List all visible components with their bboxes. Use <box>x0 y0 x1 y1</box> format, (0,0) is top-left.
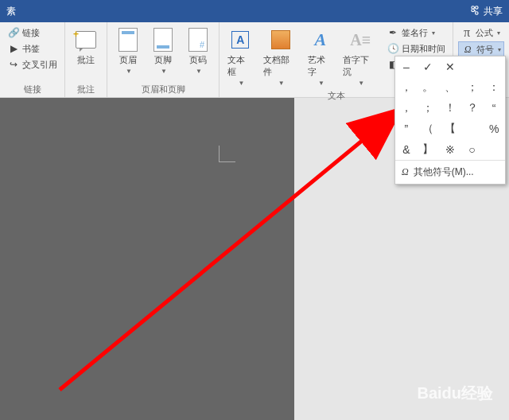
textbox-button[interactable]: A 文本框 ▼ <box>224 25 257 88</box>
wordart-icon: A <box>308 27 333 52</box>
hyperlink-label: 链接 <box>22 27 40 39</box>
symbol-cell[interactable] <box>461 119 484 139</box>
dropcap-icon: A≡ <box>348 27 373 52</box>
datetime-label: 日期和时间 <box>402 43 445 55</box>
bookmark-icon: ▶ <box>7 42 20 55</box>
textbox-icon: A <box>227 27 253 52</box>
symbol-cell[interactable]: ” <box>395 119 418 139</box>
chevron-down-icon: ▾ <box>498 46 501 53</box>
hyperlink-button[interactable]: 🔗 链接 <box>5 25 60 40</box>
watermark: Baidu经验 <box>417 383 493 404</box>
title-bar: 素 共享 <box>0 0 509 22</box>
chevron-down-icon: ▼ <box>318 80 324 87</box>
comment-button[interactable]: 批注 <box>70 25 102 68</box>
wordart-label: 艺术字 <box>308 54 334 78</box>
more-symbols-button[interactable]: Ω 其他符号(M)... <box>395 160 505 184</box>
omega-icon: Ω <box>461 43 474 56</box>
textbox-label: 文本框 <box>227 54 254 78</box>
symbol-button[interactable]: Ω 符号 ▾ <box>458 41 504 57</box>
chevron-down-icon: ▾ <box>497 29 500 37</box>
pagenum-icon <box>185 27 211 52</box>
signature-button[interactable]: ✒ 签名行 ▾ <box>384 25 448 40</box>
share-icon <box>469 5 480 18</box>
wordart-button[interactable]: A 艺术字 ▼ <box>305 25 337 88</box>
crossref-icon: ↪ <box>7 58 20 71</box>
symbol-cell[interactable]: 【 <box>439 119 461 139</box>
chevron-down-icon: ▾ <box>432 29 435 37</box>
symbol-cell[interactable]: ※ <box>439 139 461 160</box>
group-comments: 批注 批注 <box>65 22 107 97</box>
chevron-down-icon: ▼ <box>278 80 285 87</box>
document-canvas[interactable] <box>0 98 294 420</box>
comment-label: 批注 <box>77 54 95 66</box>
header-label: 页眉 <box>119 54 137 66</box>
crossref-label: 交叉引用 <box>22 59 57 71</box>
symbol-cell[interactable]: ： <box>483 77 505 98</box>
bookmark-label: 书签 <box>22 43 40 55</box>
pi-icon: π <box>460 26 473 39</box>
comment-icon <box>73 27 99 52</box>
header-button[interactable]: 页眉 ▼ <box>112 25 144 76</box>
chevron-down-icon: ▼ <box>196 68 202 75</box>
symbol-cell[interactable]: – <box>395 56 418 77</box>
symbol-cell[interactable]: & <box>395 139 418 160</box>
footer-button[interactable]: 页脚 ▼ <box>147 25 179 76</box>
symbol-cell[interactable]: ， <box>395 98 418 119</box>
datetime-button[interactable]: 🕓 日期和时间 <box>384 41 448 56</box>
symbol-cell[interactable] <box>483 56 505 77</box>
footer-label: 页脚 <box>154 54 172 66</box>
chevron-down-icon: ▼ <box>238 80 244 87</box>
equation-label: 公式 <box>476 27 493 39</box>
pagenum-button[interactable]: 页码 ▼ <box>182 25 214 76</box>
datetime-icon: 🕓 <box>387 42 399 55</box>
link-icon: 🔗 <box>7 26 20 39</box>
dropcap-button[interactable]: A≡ 首字下沉 ▼ <box>340 25 381 88</box>
symbol-cell[interactable]: 、 <box>439 77 461 98</box>
share-label: 共享 <box>484 5 503 18</box>
title-text: 素 <box>6 5 16 18</box>
group-links-label: 链接 <box>5 82 60 95</box>
symbol-label: 符号 <box>476 44 494 56</box>
symbol-cell[interactable]: ！ <box>439 98 461 119</box>
symbol-cell[interactable]: ✓ <box>418 56 440 77</box>
crossref-button[interactable]: ↪ 交叉引用 <box>5 57 60 72</box>
symbol-cell[interactable]: % <box>483 119 505 139</box>
share-button[interactable]: 共享 <box>469 5 503 18</box>
symbol-dropdown-menu: –✓✕，。、；：，；！？“”（【%&】※○ Ω 其他符号(M)... <box>394 56 506 185</box>
symbol-cell[interactable]: ？ <box>461 98 484 119</box>
symbol-grid: –✓✕，。、；：，；！？“”（【%&】※○ <box>395 56 505 160</box>
pagenum-label: 页码 <box>189 54 207 66</box>
symbol-cell[interactable]: ； <box>418 98 440 119</box>
symbol-cell[interactable]: ○ <box>461 139 484 160</box>
signature-icon: ✒ <box>387 26 399 39</box>
group-links: 🔗 链接 ▶ 书签 ↪ 交叉引用 链接 <box>0 22 65 97</box>
docparts-label: 文档部件 <box>263 54 298 78</box>
group-headerfooter: 页眉 ▼ 页脚 ▼ 页码 ▼ 页眉和页脚 <box>107 22 220 97</box>
chevron-down-icon: ▼ <box>126 68 132 75</box>
footer-icon <box>150 27 176 52</box>
group-headerfooter-label: 页眉和页脚 <box>112 82 214 95</box>
symbol-cell[interactable]: 。 <box>418 77 440 98</box>
symbol-cell[interactable]: ✕ <box>439 56 461 77</box>
group-comments-label: 批注 <box>70 82 102 95</box>
symbol-cell[interactable]: （ <box>418 119 440 139</box>
symbol-cell[interactable]: “ <box>483 98 505 119</box>
header-icon <box>115 27 141 52</box>
signature-label: 签名行 <box>402 27 428 39</box>
docparts-button[interactable]: 文档部件 ▼ <box>260 25 301 88</box>
omega-icon: Ω <box>402 166 409 178</box>
symbol-cell[interactable]: 】 <box>418 139 440 160</box>
symbol-cell[interactable]: ， <box>395 77 418 98</box>
dropcap-label: 首字下沉 <box>343 54 378 78</box>
symbol-cell[interactable]: ； <box>461 77 484 98</box>
bookmark-button[interactable]: ▶ 书签 <box>5 41 60 56</box>
symbol-cell[interactable] <box>461 56 484 77</box>
equation-button[interactable]: π 公式 ▾ <box>458 25 504 40</box>
chevron-down-icon: ▼ <box>161 68 167 75</box>
chevron-down-icon: ▼ <box>358 80 364 87</box>
docparts-icon <box>268 27 293 52</box>
more-symbols-label: 其他符号(M)... <box>414 165 474 179</box>
